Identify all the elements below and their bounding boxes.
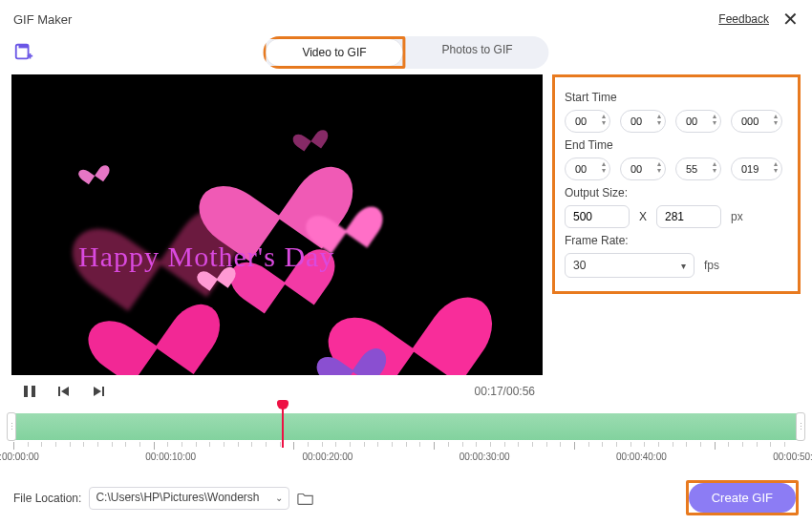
stepper-icon[interactable]: ▴▾	[774, 160, 778, 174]
chevron-down-icon: ⌄	[275, 493, 283, 503]
start-minutes-input[interactable]: 00▴▾	[620, 110, 666, 133]
svg-rect-3	[32, 386, 35, 397]
ruler-tick-label: 00:00:40:00	[616, 452, 667, 462]
ruler-tick-label: 00:00:10:00	[145, 452, 196, 462]
window-title: GIF Maker	[13, 12, 72, 27]
output-height-input[interactable]	[656, 205, 721, 228]
start-ms-input[interactable]: 000▴▾	[731, 110, 782, 133]
dimension-separator: X	[639, 210, 647, 223]
stepper-icon[interactable]: ▴▾	[657, 160, 661, 174]
stepper-icon[interactable]: ▴▾	[602, 160, 606, 174]
stepper-icon[interactable]: ▴▾	[713, 113, 716, 126]
create-gif-button[interactable]: Create GIF	[689, 483, 796, 513]
svg-rect-7	[102, 387, 104, 396]
video-preview[interactable]: Happy Mother's Day	[11, 74, 543, 375]
trim-start-handle[interactable]: ⋮	[7, 412, 16, 441]
video-overlay-text: Happy Mother's Day	[78, 241, 334, 273]
settings-panel: Start Time 00▴▾ 00▴▾ 00▴▾ 000▴▾ End Time…	[552, 74, 801, 294]
start-hours-input[interactable]: 00▴▾	[565, 110, 610, 133]
frame-rate-label: Frame Rate:	[565, 234, 788, 247]
mode-tabs: Video to GIF Photos to GIF	[263, 36, 548, 69]
file-location-label: File Location:	[13, 492, 81, 505]
tab-photos-to-gif[interactable]: Photos to GIF	[406, 36, 549, 69]
svg-rect-4	[58, 387, 60, 396]
svg-marker-6	[94, 387, 101, 396]
trim-end-handle[interactable]: ⋮	[796, 412, 805, 441]
ruler-tick-label: 00:00:50:00	[773, 452, 812, 462]
end-ms-input[interactable]: 019▴▾	[731, 158, 782, 180]
playback-time: 00:17/00:56	[475, 385, 541, 398]
end-minutes-input[interactable]: 00▴▾	[620, 158, 666, 180]
output-width-input[interactable]	[565, 205, 630, 228]
ruler-tick-label: 00:00:30:00	[459, 452, 510, 462]
fps-unit-label: fps	[704, 259, 719, 272]
close-icon[interactable]: ✕	[782, 8, 799, 31]
prev-frame-button[interactable]	[55, 383, 73, 400]
time-ruler: 00:00:00:00 00:00:10:00 00:00:20:00 00:0…	[8, 442, 804, 469]
feedback-link[interactable]: Feedback	[718, 12, 769, 26]
file-location-select[interactable]: C:\Users\HP\Pictures\Wondersh ⌄	[89, 487, 289, 510]
end-seconds-input[interactable]: 55▴▾	[675, 158, 721, 180]
folder-icon	[297, 491, 314, 506]
ruler-tick-label: 00:00:20:00	[302, 452, 353, 462]
start-seconds-input[interactable]: 00▴▾	[675, 110, 721, 133]
stepper-icon[interactable]: ▴▾	[774, 113, 778, 126]
app-logo-icon	[13, 42, 34, 63]
end-hours-input[interactable]: 00▴▾	[565, 158, 610, 180]
stepper-icon[interactable]: ▴▾	[713, 160, 716, 174]
output-size-label: Output Size:	[565, 186, 788, 200]
stepper-icon[interactable]: ▴▾	[602, 113, 606, 126]
svg-marker-5	[61, 387, 69, 396]
stepper-icon[interactable]: ▴▾	[657, 113, 661, 126]
pause-button[interactable]	[21, 383, 38, 400]
open-folder-button[interactable]	[297, 490, 316, 507]
trim-track[interactable]: ⋮ ⋮	[11, 413, 801, 440]
end-time-label: End Time	[565, 138, 788, 152]
start-time-label: Start Time	[565, 91, 788, 104]
tab-video-to-gif[interactable]: Video to GIF	[266, 39, 402, 66]
svg-rect-2	[24, 386, 28, 397]
chevron-down-icon: ▾	[681, 261, 686, 271]
next-frame-button[interactable]	[90, 383, 107, 400]
frame-rate-select[interactable]: 30 ▾	[565, 253, 694, 278]
ruler-tick-label: 00:00:00:00	[0, 452, 39, 462]
px-unit-label: px	[731, 210, 743, 223]
svg-rect-1	[19, 45, 29, 49]
